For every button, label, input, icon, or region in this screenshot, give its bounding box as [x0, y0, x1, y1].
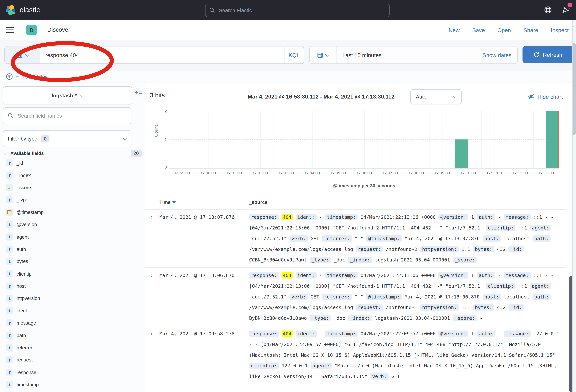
query-input[interactable]: [40, 47, 284, 64]
time-range-display[interactable]: Last 15 minutes: [337, 52, 483, 58]
field-item-agent[interactable]: tagent: [0, 231, 145, 243]
refresh-button[interactable]: Refresh: [522, 46, 573, 63]
add-filter-button[interactable]: + Add filter: [22, 74, 47, 80]
x-tick-label: 17:05:00: [330, 171, 346, 175]
save-button[interactable]: Save: [472, 27, 485, 33]
elastic-logo[interactable]: elastic: [6, 5, 40, 15]
field-key-chip: bytes:: [473, 304, 494, 311]
menu-icon[interactable]: [6, 27, 14, 33]
document-time: Mar 4, 2021 @ 17:13:06.870: [159, 270, 234, 281]
scrollbar-track[interactable]: [572, 20, 576, 392]
field-key-chip: message:: [504, 272, 530, 279]
x-tick-label: 17:01:00: [226, 171, 242, 175]
field-key-chip: timestamp:: [325, 272, 358, 279]
divider: [21, 20, 21, 40]
field-item-bytes[interactable]: tbytes: [0, 255, 145, 268]
index-pattern-select[interactable]: logstash-*: [3, 86, 132, 104]
string-type-icon: t: [6, 233, 13, 240]
field-key-chip: agent:: [311, 363, 331, 369]
field-item-message[interactable]: tmessage: [0, 317, 145, 329]
document-time: Mar 4, 2021 @ 17:13:07.876: [159, 212, 234, 223]
refresh-button-label: Refresh: [543, 51, 562, 58]
field-item-clientip[interactable]: tclientip: [0, 268, 145, 280]
x-tick-label: 17:11:00: [486, 171, 502, 175]
field-item-timestamp[interactable]: ttimestamp: [0, 378, 145, 391]
x-tick-label: 17:03:00: [278, 171, 294, 175]
query-language-button[interactable]: KQL: [284, 47, 304, 64]
field-item-referrer[interactable]: treferrer: [0, 341, 145, 354]
field-name: @timestamp: [17, 209, 44, 215]
quick-select-time-button[interactable]: [310, 47, 337, 64]
show-dates-button[interactable]: Show dates: [483, 52, 517, 58]
time-column-header[interactable]: Time: [159, 199, 176, 205]
field-item-@version[interactable]: t@version: [0, 218, 145, 231]
available-fields-header[interactable]: Available fields 20: [4, 150, 142, 157]
discover-app-badge[interactable]: D: [26, 25, 37, 35]
field-item-_type[interactable]: t_type: [0, 194, 145, 206]
expand-document-icon[interactable]: ›: [150, 212, 153, 222]
chevron-down-icon: [453, 94, 457, 98]
filter-icon[interactable]: [6, 73, 13, 80]
app-bar: D Discover New Save Open Share Inspect: [0, 20, 576, 40]
field-item-response[interactable]: tresponse: [0, 366, 145, 378]
field-search-input[interactable]: [17, 112, 127, 119]
scrollbar-thumb[interactable]: [573, 43, 576, 135]
field-name: httpversion: [17, 296, 40, 301]
expand-document-icon[interactable]: ›: [150, 329, 153, 338]
field-key-chip: path:: [532, 294, 550, 300]
field-key-chip: _id:: [509, 246, 524, 252]
filter-by-type-select[interactable]: Filter by type 0: [3, 130, 131, 147]
query-input-group: KQL: [4, 46, 304, 64]
x-tick-label: 17:06:00: [356, 171, 372, 175]
field-item-_score[interactable]: #_score: [0, 181, 145, 194]
document-source: response: 404 ident: - timestamp: 04/Mar…: [249, 328, 564, 382]
share-button[interactable]: Share: [523, 27, 538, 33]
interval-select[interactable]: Auto: [410, 89, 461, 104]
field-key-chip: ident:: [295, 214, 316, 220]
field-key-chip: clientip:: [486, 225, 516, 231]
field-name: @version: [17, 222, 37, 227]
inspect-button[interactable]: Inspect: [551, 27, 569, 33]
field-name: _index: [17, 172, 31, 178]
open-button[interactable]: Open: [497, 27, 511, 33]
field-item-@timestamp[interactable]: @timestamp: [0, 206, 145, 218]
field-key-chip: referrer:: [322, 235, 352, 242]
field-key-chip: httpversion:: [420, 246, 459, 252]
discover-sidebar: logstash-* Filter by type 0 Available fi…: [0, 83, 146, 392]
string-type-icon: t: [6, 344, 13, 351]
inner-scrollbar-thumb[interactable]: [569, 276, 572, 392]
newsfeed-button[interactable]: [562, 5, 570, 15]
field-key-chip: _type:: [310, 257, 331, 263]
field-item-host[interactable]: thost: [0, 280, 145, 292]
new-button[interactable]: New: [449, 27, 460, 33]
global-search[interactable]: [205, 4, 390, 17]
collapse-sidebar-icon[interactable]: [135, 89, 142, 96]
field-item-ident[interactable]: tident: [0, 305, 145, 317]
expand-document-icon[interactable]: ›: [150, 271, 153, 280]
field-search[interactable]: [3, 107, 131, 124]
global-search-input[interactable]: [218, 7, 386, 14]
field-item-request[interactable]: trequest: [0, 354, 145, 366]
field-item-path[interactable]: tpath: [0, 329, 145, 341]
help-icon[interactable]: [544, 6, 552, 14]
elastic-logo-text: elastic: [20, 6, 40, 14]
field-item-_index[interactable]: t_index: [0, 169, 145, 181]
field-name: timestamp: [17, 382, 39, 388]
histogram-bar-17:13:00[interactable]: [546, 111, 559, 168]
hide-chart-button[interactable]: Hide chart: [528, 93, 563, 100]
field-key-chip: message:: [504, 331, 530, 337]
discover-main: 3 hits Mar 4, 2021 @ 16:58:30.112 - Mar …: [145, 83, 572, 392]
horizontal-gridline: [169, 140, 559, 140]
highlighted-match: 404: [282, 272, 292, 279]
filter-by-type-count-badge: 0: [41, 135, 50, 142]
field-item-auth[interactable]: tauth: [0, 243, 145, 255]
saved-query-menu-button[interactable]: [5, 47, 40, 64]
x-tick-label: 17:07:00: [382, 171, 398, 175]
field-key-chip: path:: [532, 235, 550, 242]
histogram-plot: [169, 111, 559, 168]
field-item-httpversion[interactable]: thttpversion: [0, 292, 145, 305]
x-axis-title: @timestamp per 30 seconds: [169, 183, 559, 189]
string-type-icon: t: [6, 319, 13, 327]
histogram-bar-17:09:30[interactable]: [455, 140, 468, 168]
field-item-_id[interactable]: t_id: [0, 157, 145, 169]
